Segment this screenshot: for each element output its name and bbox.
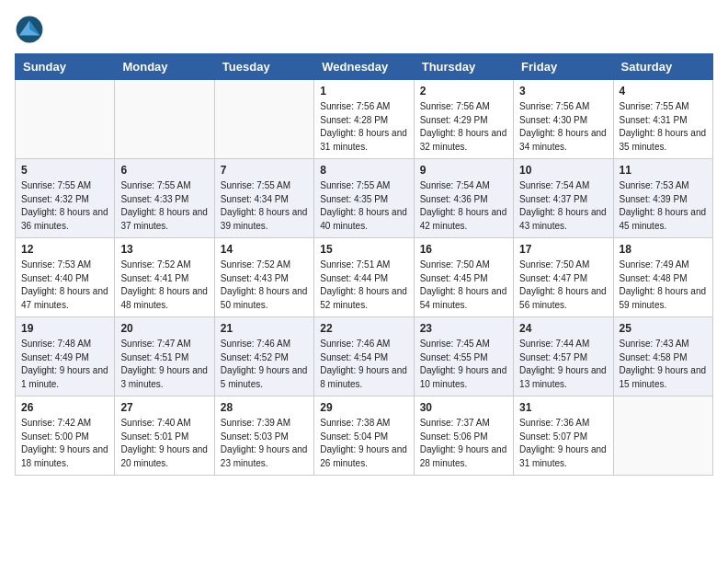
day-cell: 14Sunrise: 7:52 AM Sunset: 4:43 PM Dayli… xyxy=(214,238,313,317)
day-cell: 27Sunrise: 7:40 AM Sunset: 5:01 PM Dayli… xyxy=(115,396,214,476)
logo xyxy=(15,15,48,44)
day-number: 5 xyxy=(21,164,108,177)
day-cell: 29Sunrise: 7:38 AM Sunset: 5:04 PM Dayli… xyxy=(314,396,414,476)
day-number: 19 xyxy=(21,322,108,335)
day-cell: 13Sunrise: 7:52 AM Sunset: 4:41 PM Dayli… xyxy=(115,238,214,317)
day-info: Sunrise: 7:53 AM Sunset: 4:40 PM Dayligh… xyxy=(21,259,108,312)
day-info: Sunrise: 7:36 AM Sunset: 5:07 PM Dayligh… xyxy=(519,417,607,470)
week-row: 26Sunrise: 7:42 AM Sunset: 5:00 PM Dayli… xyxy=(16,396,713,476)
day-cell xyxy=(214,80,313,159)
day-number: 15 xyxy=(320,243,407,256)
day-cell: 16Sunrise: 7:50 AM Sunset: 4:45 PM Dayli… xyxy=(414,238,513,317)
day-cell xyxy=(613,396,712,476)
day-number: 28 xyxy=(221,401,308,414)
day-info: Sunrise: 7:46 AM Sunset: 4:52 PM Dayligh… xyxy=(221,338,308,391)
week-row: 12Sunrise: 7:53 AM Sunset: 4:40 PM Dayli… xyxy=(16,238,713,317)
day-info: Sunrise: 7:37 AM Sunset: 5:06 PM Dayligh… xyxy=(420,417,507,470)
day-info: Sunrise: 7:52 AM Sunset: 4:41 PM Dayligh… xyxy=(120,259,208,312)
day-info: Sunrise: 7:40 AM Sunset: 5:01 PM Dayligh… xyxy=(120,417,208,470)
day-info: Sunrise: 7:42 AM Sunset: 5:00 PM Dayligh… xyxy=(21,417,108,470)
day-cell: 8Sunrise: 7:55 AM Sunset: 4:35 PM Daylig… xyxy=(314,159,414,238)
page-header xyxy=(15,15,713,44)
week-row: 1Sunrise: 7:56 AM Sunset: 4:28 PM Daylig… xyxy=(16,80,713,159)
day-number: 6 xyxy=(120,164,208,177)
day-number: 29 xyxy=(320,401,407,414)
day-cell: 21Sunrise: 7:46 AM Sunset: 4:52 PM Dayli… xyxy=(214,317,313,396)
day-number: 16 xyxy=(420,243,507,256)
day-number: 26 xyxy=(21,401,108,414)
day-info: Sunrise: 7:55 AM Sunset: 4:33 PM Dayligh… xyxy=(120,179,208,233)
day-cell: 23Sunrise: 7:45 AM Sunset: 4:55 PM Dayli… xyxy=(414,317,513,396)
day-cell: 11Sunrise: 7:53 AM Sunset: 4:39 PM Dayli… xyxy=(613,159,712,238)
week-row: 5Sunrise: 7:55 AM Sunset: 4:32 PM Daylig… xyxy=(16,159,713,238)
day-cell: 22Sunrise: 7:46 AM Sunset: 4:54 PM Dayli… xyxy=(314,317,414,396)
day-cell: 7Sunrise: 7:55 AM Sunset: 4:34 PM Daylig… xyxy=(214,159,313,238)
weekday-header: Friday xyxy=(514,54,613,80)
calendar-table: SundayMondayTuesdayWednesdayThursdayFrid… xyxy=(15,53,713,476)
day-info: Sunrise: 7:55 AM Sunset: 4:32 PM Dayligh… xyxy=(21,179,108,233)
day-info: Sunrise: 7:55 AM Sunset: 4:31 PM Dayligh… xyxy=(620,100,707,154)
day-number: 4 xyxy=(620,85,707,98)
day-info: Sunrise: 7:45 AM Sunset: 4:55 PM Dayligh… xyxy=(420,338,507,391)
weekday-header: Wednesday xyxy=(314,54,414,80)
day-number: 2 xyxy=(420,85,507,98)
day-cell: 24Sunrise: 7:44 AM Sunset: 4:57 PM Dayli… xyxy=(514,317,613,396)
day-cell: 2Sunrise: 7:56 AM Sunset: 4:29 PM Daylig… xyxy=(414,80,513,159)
day-number: 20 xyxy=(120,322,208,335)
day-number: 24 xyxy=(519,322,607,335)
day-cell: 12Sunrise: 7:53 AM Sunset: 4:40 PM Dayli… xyxy=(16,238,115,317)
day-info: Sunrise: 7:54 AM Sunset: 4:36 PM Dayligh… xyxy=(420,179,507,233)
logo-icon xyxy=(15,15,44,44)
day-info: Sunrise: 7:55 AM Sunset: 4:34 PM Dayligh… xyxy=(221,179,308,233)
day-info: Sunrise: 7:56 AM Sunset: 4:29 PM Dayligh… xyxy=(420,100,507,154)
day-number: 22 xyxy=(320,322,407,335)
day-info: Sunrise: 7:51 AM Sunset: 4:44 PM Dayligh… xyxy=(320,259,407,312)
day-info: Sunrise: 7:39 AM Sunset: 5:03 PM Dayligh… xyxy=(221,417,308,470)
day-cell: 26Sunrise: 7:42 AM Sunset: 5:00 PM Dayli… xyxy=(16,396,115,476)
day-info: Sunrise: 7:38 AM Sunset: 5:04 PM Dayligh… xyxy=(320,417,407,470)
day-number: 14 xyxy=(221,243,308,256)
day-cell: 18Sunrise: 7:49 AM Sunset: 4:48 PM Dayli… xyxy=(613,238,712,317)
day-cell: 6Sunrise: 7:55 AM Sunset: 4:33 PM Daylig… xyxy=(115,159,214,238)
day-cell: 10Sunrise: 7:54 AM Sunset: 4:37 PM Dayli… xyxy=(514,159,613,238)
weekday-header: Sunday xyxy=(16,54,115,80)
day-cell xyxy=(115,80,214,159)
day-cell: 17Sunrise: 7:50 AM Sunset: 4:47 PM Dayli… xyxy=(514,238,613,317)
day-cell: 19Sunrise: 7:48 AM Sunset: 4:49 PM Dayli… xyxy=(16,317,115,396)
day-number: 31 xyxy=(519,401,607,414)
day-info: Sunrise: 7:46 AM Sunset: 4:54 PM Dayligh… xyxy=(320,338,407,391)
day-number: 18 xyxy=(620,243,707,256)
day-cell: 5Sunrise: 7:55 AM Sunset: 4:32 PM Daylig… xyxy=(16,159,115,238)
day-number: 21 xyxy=(221,322,308,335)
week-row: 19Sunrise: 7:48 AM Sunset: 4:49 PM Dayli… xyxy=(16,317,713,396)
day-info: Sunrise: 7:48 AM Sunset: 4:49 PM Dayligh… xyxy=(21,338,108,391)
day-info: Sunrise: 7:56 AM Sunset: 4:30 PM Dayligh… xyxy=(519,100,607,154)
weekday-header-row: SundayMondayTuesdayWednesdayThursdayFrid… xyxy=(16,54,713,80)
day-number: 27 xyxy=(120,401,208,414)
day-number: 23 xyxy=(420,322,507,335)
day-cell: 25Sunrise: 7:43 AM Sunset: 4:58 PM Dayli… xyxy=(613,317,712,396)
day-number: 3 xyxy=(519,85,607,98)
day-number: 1 xyxy=(320,85,407,98)
day-number: 17 xyxy=(519,243,607,256)
day-info: Sunrise: 7:44 AM Sunset: 4:57 PM Dayligh… xyxy=(519,338,607,391)
day-number: 12 xyxy=(21,243,108,256)
day-info: Sunrise: 7:54 AM Sunset: 4:37 PM Dayligh… xyxy=(519,179,607,233)
day-cell: 9Sunrise: 7:54 AM Sunset: 4:36 PM Daylig… xyxy=(414,159,513,238)
weekday-header: Monday xyxy=(115,54,214,80)
day-cell: 31Sunrise: 7:36 AM Sunset: 5:07 PM Dayli… xyxy=(514,396,613,476)
day-number: 8 xyxy=(320,164,407,177)
day-info: Sunrise: 7:55 AM Sunset: 4:35 PM Dayligh… xyxy=(320,179,407,233)
day-cell: 28Sunrise: 7:39 AM Sunset: 5:03 PM Dayli… xyxy=(214,396,313,476)
day-cell: 30Sunrise: 7:37 AM Sunset: 5:06 PM Dayli… xyxy=(414,396,513,476)
day-number: 30 xyxy=(420,401,507,414)
day-cell: 4Sunrise: 7:55 AM Sunset: 4:31 PM Daylig… xyxy=(613,80,712,159)
day-number: 9 xyxy=(420,164,507,177)
day-info: Sunrise: 7:50 AM Sunset: 4:47 PM Dayligh… xyxy=(519,259,607,312)
day-info: Sunrise: 7:47 AM Sunset: 4:51 PM Dayligh… xyxy=(120,338,208,391)
day-info: Sunrise: 7:53 AM Sunset: 4:39 PM Dayligh… xyxy=(620,179,707,233)
weekday-header: Tuesday xyxy=(214,54,313,80)
day-number: 13 xyxy=(120,243,208,256)
day-info: Sunrise: 7:49 AM Sunset: 4:48 PM Dayligh… xyxy=(620,259,707,312)
day-info: Sunrise: 7:50 AM Sunset: 4:45 PM Dayligh… xyxy=(420,259,507,312)
